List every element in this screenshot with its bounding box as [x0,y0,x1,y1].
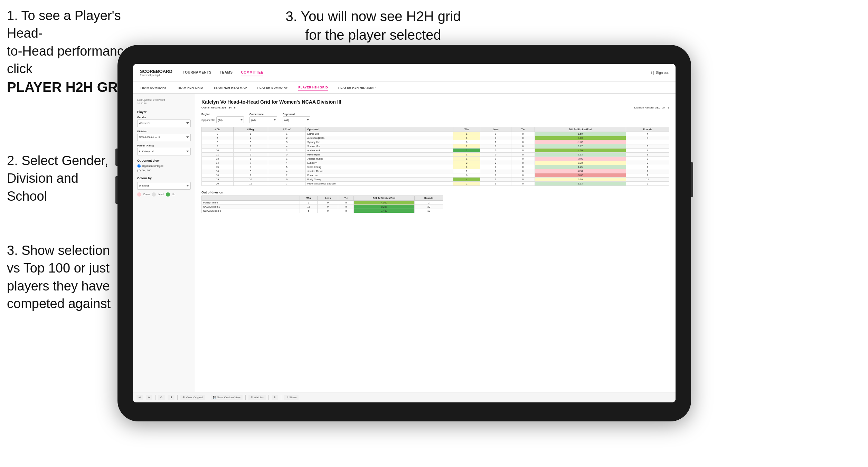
cell-diff: 1.50 [535,132,626,136]
save-custom-view-btn[interactable]: 💾 Save Custom View [211,395,242,400]
ood-cell-win: 15 [300,205,318,209]
cell-diff: 4.00 [535,136,626,140]
col-loss: Loss [480,127,511,132]
cell-win: 2 [453,149,480,153]
view-icon: 👁 [182,396,185,399]
cell-conf: 1 [268,157,306,161]
table-row: 3 1 1 Esther Lee 1 0 0 1.50 4 [202,132,669,136]
cell-reg: 1 [233,132,268,136]
cell-rounds: 4 [626,165,669,169]
cell-conf: 6 [268,178,306,182]
cell-reg: 3 [233,169,268,173]
cell-diff: 1.25 [535,165,626,169]
cell-tie: 0 [511,157,535,161]
ood-col-rounds: Rounds [415,196,443,201]
cell-tie: 0 [511,153,535,157]
region-select[interactable]: (All) [216,116,244,123]
cell-diff: 1.33 [535,182,626,186]
col-win: Win [453,127,480,132]
gender-select[interactable]: Women's [137,120,191,127]
sub-nav-team-h2h-grid[interactable]: TEAM H2H GRID [177,85,203,91]
cell-tie: 0 [511,149,535,153]
cell-loss: 0 [480,149,511,153]
ood-cell-win: 1 [300,201,318,205]
cell-tie: 0 [511,182,535,186]
player-section-title: Player [137,110,191,114]
cell-rounds: 4 [626,132,669,136]
cell-reg: 2 [233,173,268,178]
app-logo: SCOREBOARD Powered by clippd [140,69,172,77]
watch-btn[interactable]: 👁 Watch ▾ [248,395,266,400]
ood-cell-loss: 0 [318,205,338,209]
gender-filter-group: Gender Women's [137,116,191,127]
cell-div: 20 [202,182,234,186]
table-row: 20 11 7 Federica Domecq Lacroze 2 1 0 1.… [202,182,669,186]
cell-div: 15 [202,165,234,169]
cell-loss: 0 [480,144,511,149]
ood-table-row: Foreign Team 1 0 0 4.500 2 [202,201,443,205]
opponent-select[interactable]: (All) [283,116,310,123]
tableau-toolbar: ↩ ↪ ⟳ ⏸ 👁 View: Original 💾 Save Custom V… [133,392,676,402]
cell-tie: 0 [511,165,535,169]
cell-win: 1 [453,144,480,149]
cell-conf: 3 [268,149,306,153]
download-btn[interactable]: ⬇ [272,395,278,400]
player-rank-select[interactable]: 8. Katelyn Vo [137,148,191,155]
cell-tie: 0 [511,140,535,144]
sub-nav-team-h2h-heatmap[interactable]: TEAM H2H HEATMAP [214,85,247,91]
share-btn[interactable]: ↗ Share [284,395,299,400]
filters-row: Region Opponents: (All) Conference [201,113,669,123]
cell-div: 11 [202,153,234,157]
colour-by-select[interactable]: Win/loss [137,182,191,190]
out-of-div-table: Win Loss Tie Diff Av Strokes/Rnd Rounds … [201,196,443,213]
revert-btn[interactable]: ⟳ [158,395,165,400]
redo-btn[interactable]: ↪ [146,395,152,400]
opponent-view-radio-group: Opponents Played Top 100 [137,164,191,172]
sub-nav-player-h2h-grid[interactable]: PLAYER H2H GRID [298,84,328,91]
cell-win: 1 [453,169,480,173]
top100-radio[interactable]: Top 100 [137,169,191,172]
table-row: 16 3 4 Jessica Mason 1 2 0 -0.94 7 [202,169,669,173]
legend-up-label: Up [172,193,175,196]
table-row: 6 3 3 Sydney Kuo 0 1 0 -1.00 [202,140,669,144]
ood-cell-loss: 0 [318,201,338,205]
main-content: Last Updated: 27/03/2024 16:55:38 Player… [133,94,676,402]
col-opponent: Opponent [306,127,453,132]
sub-nav-team-summary[interactable]: TEAM SUMMARY [140,85,167,91]
table-row: 19 10 6 Emily Chang 4 1 0 0.30 11 [202,178,669,182]
cell-loss: 1 [480,178,511,182]
legend-up-dot [166,192,170,197]
cell-diff: 0.30 [535,178,626,182]
view-original-btn[interactable]: 👁 View: Original [180,395,205,400]
undo-btn[interactable]: ↩ [136,395,143,400]
page-title: Katelyn Vo Head-to-Head Grid for Women's… [201,99,669,105]
h2h-table: # Div # Reg # Conf Opponent Win Loss Tie… [201,127,669,186]
sub-nav-player-summary[interactable]: PLAYER SUMMARY [257,85,288,91]
left-panel: Last Updated: 27/03/2024 16:55:38 Player… [133,94,195,402]
conference-select[interactable]: (All) [249,116,277,123]
colour-legend: Down Level Up [137,192,191,197]
ood-cell-tie: 0 [338,201,354,205]
pause-btn[interactable]: ⏸ [168,395,174,400]
toolbar-sep-4 [245,395,246,400]
nav-tournaments[interactable]: TOURNAMENTS [183,69,211,76]
cell-opponent: Jessica Mason [306,169,453,173]
ood-col-loss: Loss [318,196,338,201]
region-filter-label: Region [201,113,244,116]
opponents-played-radio[interactable]: Opponents Played [137,164,191,168]
cell-reg: 6 [233,149,268,153]
sign-out-link[interactable]: Sign out [656,71,669,75]
col-rounds: Rounds [626,127,669,132]
cell-reg: 8 [233,165,268,169]
division-select[interactable]: NCAA Division III [137,134,191,141]
ood-cell-label: NCAA Division 2 [202,209,300,213]
cell-win: 0 [453,173,480,178]
cell-diff: 4.00 [535,149,626,153]
nav-teams[interactable]: TEAMS [220,69,233,76]
cell-opponent: Heejo Hyun [306,153,453,157]
cell-win: 1 [453,132,480,136]
nav-committee[interactable]: COMMITTEE [241,69,264,76]
cell-diff: -1.00 [535,140,626,144]
cell-loss: 1 [480,140,511,144]
sub-nav-player-h2h-heatmap[interactable]: PLAYER H2H HEATMAP [338,85,376,91]
